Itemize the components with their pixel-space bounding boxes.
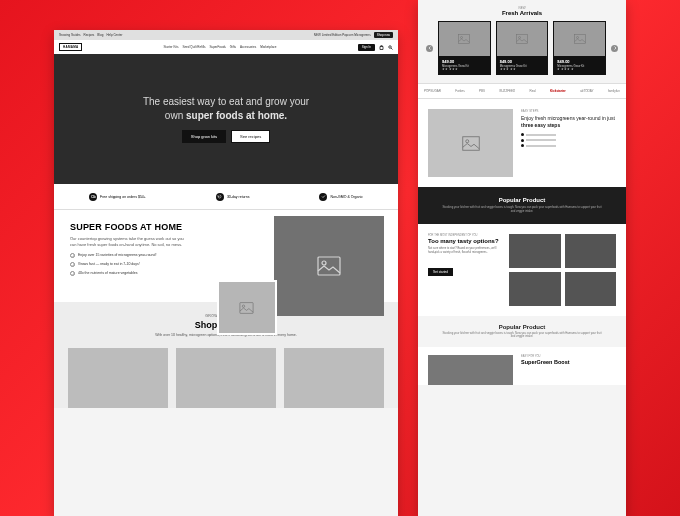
feature-item: Grows fast — ready to eat in 7-10 days!	[70, 262, 203, 267]
value-props: Free shipping on orders $54+ 30-day retu…	[54, 184, 398, 210]
announcement-bar: Growing Guides Recipes Blog Help Center …	[54, 30, 398, 40]
section-heading: Fresh Arrivals	[426, 10, 618, 16]
section-heading: SuperGreen Boost	[521, 359, 616, 365]
svg-rect-9	[574, 35, 585, 44]
svg-point-10	[576, 37, 578, 39]
checkmark-icon	[70, 253, 75, 258]
boost-section: EASY FOR YOU SuperGreen Boost	[418, 347, 626, 385]
press-logo: POPSUGAR	[424, 89, 441, 93]
topbar-link[interactable]: Recipes	[84, 33, 95, 37]
superfoods-section: SUPER FOODS AT HOME Our countertop growi…	[54, 210, 398, 302]
feature-item: Enjoy over 15 varieties of microgreens y…	[70, 253, 203, 258]
promo-text: NEW Limited Edition Popcorn Microgreens	[314, 33, 371, 37]
svg-point-2	[322, 261, 326, 265]
svg-rect-1	[318, 257, 340, 275]
section-description: Stocking your kitchen with fruit and veg…	[442, 332, 602, 339]
svg-rect-3	[240, 302, 253, 313]
product-card[interactable]: $49.00Microgreens Grow Kit★★★★★	[553, 21, 606, 75]
steps-section: EASY STEPS Enjoy fresh microgreens year-…	[418, 99, 626, 187]
svg-rect-7	[517, 35, 528, 44]
section-heading: SUPER FOODS AT HOME	[70, 222, 203, 232]
hero-primary-button[interactable]: Shop grow kits	[182, 130, 226, 143]
return-icon	[216, 193, 224, 201]
check-icon	[319, 193, 327, 201]
signin-button[interactable]: Sign In	[358, 44, 375, 51]
product-card[interactable]	[68, 348, 168, 408]
svg-point-0	[389, 45, 392, 48]
press-logos: POPSUGAR Forbes PBS BUZZFEED Real Kickst…	[418, 83, 626, 99]
placeholder-image	[439, 22, 490, 56]
carousel-prev-button[interactable]	[426, 45, 433, 52]
section-overline: FOR THE MOST INDEPENDENT OF YOU	[428, 234, 503, 237]
wireframe-right: NEW Fresh Arrivals $49.00Microgreens Gro…	[418, 0, 626, 516]
section-description: Not sure where to start? Based on your p…	[428, 247, 503, 255]
topbar-link[interactable]: Blog	[97, 33, 103, 37]
feature-item: 40x the nutrients of mature vegetables	[70, 271, 203, 276]
popular-product-dark: Popular Product Stocking your kitchen wi…	[418, 187, 626, 224]
product-card[interactable]	[284, 348, 384, 408]
press-logo: PBS	[479, 89, 485, 93]
hero-secondary-button[interactable]: See recipes	[231, 130, 270, 143]
step-indicator	[521, 133, 616, 136]
logo[interactable]: HAMAMA	[59, 43, 82, 51]
nav-link[interactable]: Accessories	[240, 45, 256, 49]
press-logo: abTODAY	[580, 89, 593, 93]
press-logo: familyfun	[608, 89, 620, 93]
press-logo: Kickstarter	[550, 89, 566, 93]
placeholder-image	[217, 280, 277, 335]
promo-cta-button[interactable]: Shop now	[374, 32, 393, 38]
section-description: Stocking your kitchen with fruit and veg…	[442, 206, 602, 214]
nav-link[interactable]: SuperFoods	[209, 45, 225, 49]
svg-point-6	[461, 37, 463, 39]
placeholder-image	[509, 272, 560, 306]
step-indicator	[521, 144, 616, 147]
svg-point-8	[519, 37, 521, 39]
topbar-link[interactable]: Growing Guides	[59, 33, 81, 37]
section-description: Our countertop growing systems take the …	[70, 236, 190, 247]
value-prop: Free shipping on orders $54+	[89, 193, 146, 201]
placeholder-image	[428, 109, 513, 177]
placeholder-image	[509, 234, 560, 268]
section-overline: EASY FOR YOU	[521, 355, 616, 358]
topbar-link[interactable]: Help Center	[106, 33, 122, 37]
tasty-options-section: FOR THE MOST INDEPENDENT OF YOU Too many…	[418, 224, 626, 316]
value-prop: Non-GMO & Organic	[319, 193, 362, 201]
wireframe-left: Growing Guides Recipes Blog Help Center …	[54, 30, 398, 516]
checkmark-icon	[70, 262, 75, 267]
section-heading: Enjoy fresh microgreens year-round in ju…	[521, 115, 616, 128]
checkmark-icon	[70, 271, 75, 276]
truck-icon	[89, 193, 97, 201]
section-heading: Too many tasty options?	[428, 238, 503, 244]
nav-link[interactable]: Marketplace	[260, 45, 276, 49]
placeholder-image	[497, 22, 548, 56]
svg-rect-11	[462, 136, 479, 150]
main-nav: HAMAMA Starter Kits Seed Quilt Refills S…	[54, 40, 398, 54]
search-icon[interactable]	[388, 45, 393, 50]
hero-section: The easiest way to eat and grow your own…	[54, 54, 398, 184]
carousel-next-button[interactable]	[611, 45, 618, 52]
press-logo: BUZZFEED	[499, 89, 515, 93]
hero-headline: The easiest way to eat and grow your own…	[143, 95, 309, 122]
nav-link[interactable]: Starter Kits	[164, 45, 179, 49]
svg-point-12	[465, 139, 468, 142]
press-logo: Real	[530, 89, 536, 93]
placeholder-image	[565, 272, 616, 306]
press-logo: Forbes	[455, 89, 464, 93]
placeholder-image	[565, 234, 616, 268]
product-card[interactable]	[176, 348, 276, 408]
section-heading: Popular Product	[432, 197, 612, 203]
placeholder-image	[554, 22, 605, 56]
section-heading: Popular Product	[432, 324, 612, 330]
placeholder-image	[428, 355, 513, 385]
nav-link[interactable]: Seed Quilt Refills	[182, 45, 205, 49]
placeholder-image	[274, 216, 384, 316]
svg-point-4	[243, 305, 245, 307]
bag-icon[interactable]	[379, 45, 384, 50]
popular-product-light: Popular Product Stocking your kitchen wi…	[418, 316, 626, 347]
nav-link[interactable]: Gifts	[230, 45, 236, 49]
section-overline: EASY STEPS	[521, 109, 616, 113]
step-indicator	[521, 139, 616, 142]
get-started-button[interactable]: Get started	[428, 268, 453, 276]
product-card[interactable]: $49.00Microgreens Grow Kit★★★★★	[496, 21, 549, 75]
product-card[interactable]: $49.00Microgreens Grow Kit★★★★★	[438, 21, 491, 75]
